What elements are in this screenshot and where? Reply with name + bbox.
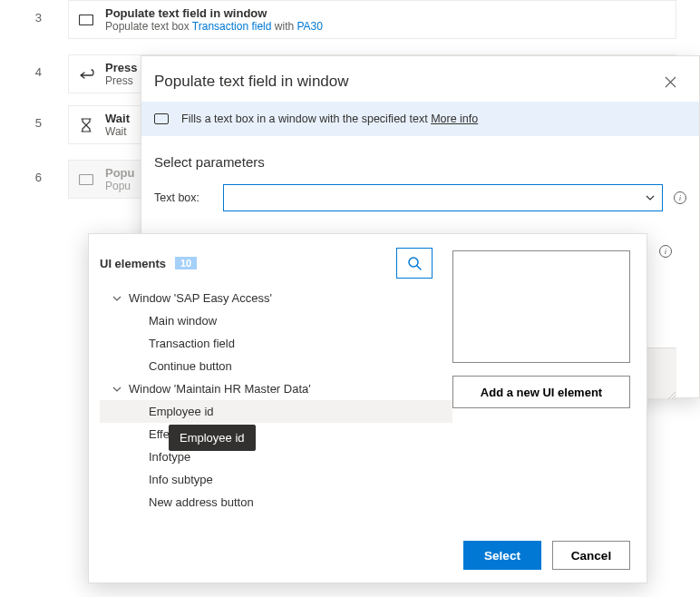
search-icon xyxy=(407,256,423,271)
step-subtitle: Wait xyxy=(105,125,130,138)
hourglass-icon xyxy=(78,117,94,133)
tree-group-maintain-hr[interactable]: Window 'Maintain HR Master Data' xyxy=(100,377,452,400)
close-icon[interactable] xyxy=(661,73,679,91)
step-subtitle: Press xyxy=(105,74,137,87)
step-title: Populate text field in window xyxy=(105,6,323,20)
count-badge: 10 xyxy=(175,257,197,269)
textbox-icon xyxy=(78,171,94,188)
tree-item[interactable]: Info subtype xyxy=(100,468,452,491)
preview-pane xyxy=(452,250,630,363)
param-label: Text box: xyxy=(154,191,212,204)
step-number-3: 3 xyxy=(27,11,42,24)
cancel-button[interactable]: Cancel xyxy=(552,541,630,570)
textbox-icon xyxy=(78,12,94,28)
section-title: Select parameters xyxy=(141,136,699,181)
chevron-down-icon xyxy=(112,294,122,303)
param-row-textbox: Text box: i xyxy=(141,181,699,215)
chevron-down-icon xyxy=(112,385,122,394)
step-title: Popu xyxy=(105,166,135,180)
step-subtitle: Populate text box Transaction field with… xyxy=(105,20,323,33)
tree-item-employee-id[interactable]: Employee id xyxy=(100,400,452,423)
info-icon[interactable]: i xyxy=(659,245,672,258)
step-card-3[interactable]: Populate text field in window Populate t… xyxy=(68,0,676,39)
textbox-dropdown[interactable] xyxy=(223,184,663,211)
enterkey-icon xyxy=(78,66,94,83)
tree-item[interactable]: Effecti xyxy=(100,423,452,445)
tree-group-sap-easy-access[interactable]: Window 'SAP Easy Access' xyxy=(100,287,452,309)
picker-footer: Select Cancel xyxy=(447,528,647,582)
step-title: Press xyxy=(105,61,137,74)
picker-header: UI elements 10 xyxy=(100,245,452,281)
tree-item[interactable]: New address button xyxy=(100,491,452,514)
textbox-icon xyxy=(154,113,169,124)
info-icon[interactable]: i xyxy=(674,191,686,204)
tree-item[interactable]: Continue button xyxy=(100,355,452,377)
ui-elements-picker: UI elements 10 Window 'SAP Easy Access' … xyxy=(88,233,647,583)
chevron-down-icon xyxy=(646,195,655,201)
tree-item[interactable]: Infotype xyxy=(100,445,452,468)
dialog-info-banner: Fills a text box in a window with the sp… xyxy=(141,102,699,136)
dialog-title: Populate text field in window xyxy=(154,73,349,91)
ui-element-tree: Window 'SAP Easy Access' Main window Tra… xyxy=(100,287,452,514)
dialog-header: Populate text field in window xyxy=(141,56,699,102)
info-text: Fills a text box in a window with the sp… xyxy=(181,113,478,125)
svg-rect-0 xyxy=(80,15,93,24)
step-number-5: 5 xyxy=(27,116,42,130)
add-ui-element-button[interactable]: Add a new UI element xyxy=(452,376,630,408)
tree-item[interactable]: Transaction field xyxy=(100,332,452,355)
step-number-6: 6 xyxy=(27,171,42,184)
step-title: Wait xyxy=(105,112,130,125)
picker-heading: UI elements xyxy=(100,257,166,270)
svg-rect-1 xyxy=(80,174,93,184)
step-number-4: 4 xyxy=(27,65,42,79)
step-subtitle: Popu xyxy=(105,180,135,192)
more-info-link[interactable]: More info xyxy=(431,113,478,125)
select-button[interactable]: Select xyxy=(463,541,541,570)
search-button[interactable] xyxy=(396,248,433,279)
tree-item[interactable]: Main window xyxy=(100,309,452,332)
resize-grip-icon xyxy=(668,392,676,399)
